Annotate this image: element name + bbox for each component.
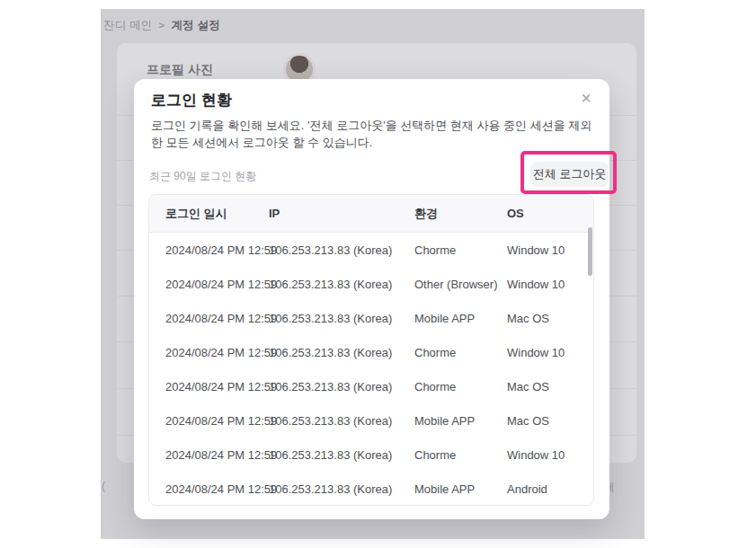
table-row: 2024/08/24 PM 12:59106.253.213.83 (Korea… [149, 403, 593, 438]
table-cell: Mobile APP [414, 414, 507, 428]
table-cell: Window 10 [507, 278, 593, 291]
table-cell: Window 10 [507, 448, 593, 462]
table-cell: Mobile APP [414, 482, 507, 496]
screenshot-stage: 잔디 메인>계정 설정 프로필 사진 ( 게 로그인 현황 × 로그인 기록을 … [0, 0, 756, 548]
table-cell: 106.253.213.83 (Korea) [269, 346, 414, 359]
breadcrumb-current: 계정 설정 [171, 19, 219, 31]
table-cell: 2024/08/24 PM 12:59 [149, 482, 269, 496]
table-cell: 2024/08/24 PM 12:59 [149, 278, 269, 291]
period-label: 최근 90일 로그인 현황 [149, 169, 256, 184]
table-cell: 106.253.213.83 (Korea) [269, 312, 414, 325]
column-header: 환경 [414, 206, 507, 222]
table-row: 2024/08/24 PM 12:59106.253.213.83 (Korea… [149, 335, 593, 369]
table-cell: Chorme [414, 448, 507, 462]
background-text-fragment: ( [102, 480, 105, 492]
table-cell: Window 10 [507, 243, 593, 257]
table-cell: 106.253.213.83 (Korea) [269, 243, 414, 257]
table-row: 2024/08/24 PM 12:59106.253.213.83 (Korea… [149, 369, 593, 403]
table-row: 2024/08/24 PM 12:59106.253.213.83 (Korea… [149, 267, 593, 301]
table-cell: Chorme [414, 380, 507, 393]
table-cell: 106.253.213.83 (Korea) [269, 414, 414, 428]
table-cell: 2024/08/24 PM 12:59 [149, 346, 269, 359]
table-cell: Mac OS [507, 414, 593, 428]
table-cell: Mac OS [507, 380, 593, 393]
table-cell: 106.253.213.83 (Korea) [269, 482, 414, 496]
modal-description: 로그인 기록을 확인해 보세요. '전체 로그아웃'을 선택하면 현재 사용 중… [151, 117, 599, 151]
table-header-row: 로그인 일시IP환경OS [149, 195, 593, 233]
table-row: 2024/08/24 PM 12:59106.253.213.83 (Korea… [149, 301, 593, 335]
column-header: IP [269, 207, 414, 220]
table-cell: Window 10 [507, 346, 593, 359]
table-cell: 2024/08/24 PM 12:59 [149, 243, 269, 257]
table-cell: 106.253.213.83 (Korea) [269, 278, 414, 291]
login-history-table: 로그인 일시IP환경OS 2024/08/24 PM 12:59106.253.… [148, 194, 594, 506]
table-cell: Other (Browser) [414, 278, 507, 291]
table-cell: 2024/08/24 PM 12:59 [149, 312, 269, 325]
table-cell: 2024/08/24 PM 12:59 [149, 414, 269, 428]
table-scrollbar[interactable] [588, 227, 592, 276]
table-cell: Mac OS [507, 312, 593, 325]
table-cell: Chorme [414, 346, 507, 359]
logout-all-button[interactable]: 전체 로그아웃 [530, 162, 609, 187]
chevron-right-icon: > [158, 20, 165, 31]
table-row: 2024/08/24 PM 12:59106.253.213.83 (Korea… [149, 233, 593, 267]
table-cell: Android [507, 482, 593, 496]
profile-photo-label: 프로필 사진 [147, 62, 213, 78]
column-header: OS [507, 207, 593, 220]
table-cell: Mobile APP [414, 312, 507, 325]
breadcrumb-home[interactable]: 잔디 메인 [103, 19, 152, 31]
close-icon[interactable]: × [575, 87, 597, 109]
login-status-modal: 로그인 현황 × 로그인 기록을 확인해 보세요. '전체 로그아웃'을 선택하… [134, 79, 609, 519]
table-cell: Chorme [414, 243, 507, 257]
table-cell: 2024/08/24 PM 12:59 [149, 448, 269, 462]
modal-title: 로그인 현황 [151, 90, 232, 110]
breadcrumb: 잔디 메인>계정 설정 [103, 18, 220, 33]
table-cell: 106.253.213.83 (Korea) [269, 448, 414, 462]
table-row: 2024/08/24 PM 12:59106.253.213.83 (Korea… [149, 438, 593, 472]
column-header: 로그인 일시 [149, 206, 269, 222]
table-body: 2024/08/24 PM 12:59106.253.213.83 (Korea… [149, 233, 593, 506]
table-cell: 2024/08/24 PM 12:59 [149, 380, 269, 393]
table-cell: 106.253.213.83 (Korea) [269, 380, 414, 393]
table-row: 2024/08/24 PM 12:59106.253.213.83 (Korea… [149, 472, 593, 506]
